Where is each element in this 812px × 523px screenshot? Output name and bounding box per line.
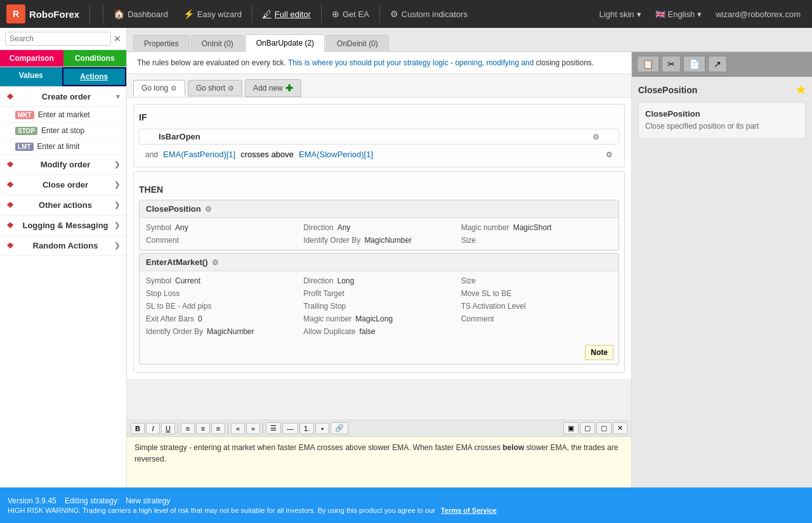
- field-em-slbe-pips: SL to BE - Add pips: [146, 300, 297, 312]
- rule-tab-go-short[interactable]: Go short ⚙: [188, 80, 242, 96]
- tab-actions[interactable]: Actions: [62, 67, 127, 86]
- sidebar-item-enter-stop[interactable]: STOP Enter at stop: [0, 123, 126, 139]
- user-email[interactable]: wizard@roboforex.com: [710, 10, 806, 19]
- nav-easy-wizard[interactable]: ⚡ Easy wizard: [176, 0, 249, 28]
- em-moveslbe-label: Move SL to BE: [461, 289, 512, 298]
- ema-fast-link[interactable]: EMA(FastPeriod)[1]: [163, 150, 235, 159]
- nav-sep4: [379, 5, 380, 23]
- em-exit-bars-value: 0: [198, 314, 202, 323]
- em-direction-value: Long: [337, 276, 355, 285]
- em-trailing-label: Trailing Stop: [303, 302, 346, 311]
- section-random-label: Random Actions: [33, 241, 98, 250]
- em-ts-activation-label: TS Activation Level: [461, 302, 526, 311]
- section-logging[interactable]: ❖ Logging & Messaging ❯: [0, 216, 126, 236]
- close-position-gear-icon[interactable]: ⚙: [205, 205, 212, 214]
- star-icon[interactable]: ★: [796, 83, 806, 97]
- sidebar-item-enter-market[interactable]: MKT Enter at market: [0, 107, 126, 123]
- ordered-list-button[interactable]: 1.: [299, 423, 314, 434]
- tab-values[interactable]: Values: [0, 67, 62, 86]
- if-block: IF IsBarOpen ⚙ and EMA(FastPeriod)[1] cr…: [133, 104, 625, 167]
- list-button[interactable]: ☰: [266, 422, 281, 434]
- go-short-gear-icon[interactable]: ⚙: [228, 84, 234, 93]
- symbol-label: Symbol: [146, 223, 171, 232]
- badge-stop: STOP: [15, 127, 37, 135]
- outdent-button[interactable]: «: [231, 423, 245, 434]
- rules-scroll[interactable]: IF IsBarOpen ⚙ and EMA(FastPeriod)[1] cr…: [127, 98, 631, 420]
- indent-button[interactable]: »: [246, 423, 260, 434]
- editor-text[interactable]: Simple strategy - entering at market whe…: [127, 437, 631, 487]
- and-condition-gear-icon[interactable]: ⚙: [606, 150, 613, 159]
- tab-oninit[interactable]: OnInit (0): [191, 35, 244, 52]
- language-selector[interactable]: 🇬🇧 English ▾: [650, 10, 707, 19]
- risk-row: HIGH RISK WARNING: Trading carriers a hi…: [8, 507, 804, 514]
- rule-tab-add-new[interactable]: Add new ✚: [245, 79, 301, 97]
- label-enter-limit: Enter at limit: [37, 142, 80, 151]
- nav-custom-indicators[interactable]: ⚙ Custom indicators: [383, 0, 475, 28]
- align-center-button[interactable]: ≡: [196, 423, 210, 434]
- align-right-button[interactable]: ≡: [211, 423, 225, 434]
- skin-selector[interactable]: Light skin ▾: [594, 10, 646, 19]
- field-direction: Direction Any: [303, 222, 454, 233]
- bold-button[interactable]: B: [131, 423, 145, 434]
- tab-onbarupdate[interactable]: OnBarUpdate (2): [246, 34, 325, 52]
- tos-link[interactable]: Terms of Service: [441, 507, 497, 514]
- unordered-list-button[interactable]: •: [315, 423, 329, 434]
- go-long-gear-icon[interactable]: ⚙: [171, 84, 177, 93]
- nav-separator: [103, 5, 103, 23]
- home-icon: 🏠: [114, 9, 124, 19]
- note-area: Note: [140, 341, 619, 364]
- tab-properties[interactable]: Properties: [133, 35, 190, 52]
- logo[interactable]: R RoboForex: [6, 4, 90, 23]
- rule-tab-go-long[interactable]: Go long ⚙: [133, 80, 185, 96]
- enter-market-name: EnterAtMarket(): [146, 257, 208, 267]
- field-comment: Comment: [146, 235, 297, 246]
- nav-dashboard-label: Dashboard: [128, 10, 168, 19]
- crosses-above-label: crosses above: [240, 150, 294, 159]
- nav-dashboard[interactable]: 🏠 Dashboard: [106, 0, 176, 28]
- identify-order-label: Identify Order By: [303, 236, 360, 245]
- search-input[interactable]: [5, 32, 111, 46]
- em-slbe-pips-label: SL to BE - Add pips: [146, 302, 212, 311]
- isbaropen-gear-icon[interactable]: ⚙: [593, 132, 599, 141]
- align-left-button[interactable]: ≡: [181, 423, 195, 434]
- note-button[interactable]: Note: [585, 345, 613, 360]
- badge-lmt: LMT: [15, 143, 34, 151]
- nav-full-editor[interactable]: 🖊 Full editor: [255, 0, 318, 28]
- link-button[interactable]: 🔗: [331, 422, 348, 434]
- collapse-button[interactable]: ▢: [596, 422, 612, 434]
- info-link[interactable]: This is where you should put your strate…: [288, 58, 534, 67]
- section-other-icon: ❖: [6, 200, 14, 210]
- section-modify-order[interactable]: ❖ Modify order ❯: [0, 155, 126, 175]
- em-allow-dup-value: false: [359, 327, 375, 336]
- logo-text: RoboForex: [29, 9, 79, 20]
- close-editor-button[interactable]: ✕: [613, 422, 627, 434]
- nav-get-ea[interactable]: ⊕ Get EA: [324, 0, 377, 28]
- copy-button[interactable]: 📋: [637, 56, 659, 72]
- nav-full-editor-label: Full editor: [275, 10, 311, 19]
- enter-market-gear-icon[interactable]: ⚙: [212, 258, 219, 267]
- tab-conditions[interactable]: Conditions: [63, 50, 127, 67]
- action-enter-header: EnterAtMarket() ⚙: [140, 254, 619, 271]
- tab-comparison[interactable]: Comparison: [0, 50, 63, 67]
- section-create-order[interactable]: ❖ Create order ▾: [0, 87, 126, 107]
- underline-button[interactable]: U: [161, 423, 175, 434]
- ema-slow-link[interactable]: EMA(SlowPeriod)[1]: [299, 150, 373, 159]
- search-clear-icon[interactable]: ✕: [114, 34, 121, 44]
- panel-card-description: Close specified position or its part: [645, 121, 799, 132]
- normal-button[interactable]: ▢: [580, 422, 595, 434]
- cut-button[interactable]: ✂: [662, 56, 681, 72]
- section-random-actions[interactable]: ❖ Random Actions ❯: [0, 236, 126, 256]
- expand-button[interactable]: ▣: [563, 422, 579, 434]
- section-close-order[interactable]: ❖ Close order ❯: [0, 175, 126, 195]
- sidebar-item-enter-limit[interactable]: LMT Enter at limit: [0, 139, 126, 155]
- em-comment-label: Comment: [461, 314, 494, 323]
- italic-button[interactable]: I: [146, 423, 160, 434]
- magic-number-value: MagicShort: [513, 223, 552, 232]
- field-em-stoploss: Stop Loss: [146, 288, 297, 299]
- section-other-actions[interactable]: ❖ Other actions ❯: [0, 195, 126, 216]
- share-button[interactable]: ↗: [708, 56, 727, 72]
- paste-button[interactable]: 📄: [683, 56, 705, 72]
- tab-ondeinit[interactable]: OnDeinit (0): [326, 35, 389, 52]
- version-row: Version 3.9.45 Editing strategy: New str…: [8, 496, 804, 505]
- hr-button[interactable]: —: [282, 423, 298, 434]
